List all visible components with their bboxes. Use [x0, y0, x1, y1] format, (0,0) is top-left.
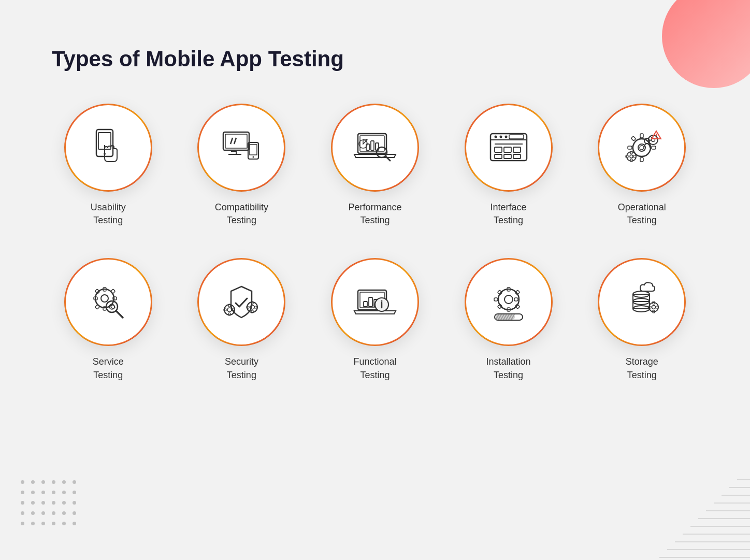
label-interface: InterfaceTesting [491, 201, 527, 227]
svg-rect-16 [225, 134, 247, 148]
security-icon [218, 279, 265, 325]
svg-point-54 [656, 137, 657, 138]
circle-performance [331, 104, 419, 192]
svg-rect-48 [652, 146, 656, 149]
svg-point-64 [101, 295, 108, 302]
svg-rect-69 [95, 289, 99, 294]
svg-rect-26 [371, 141, 374, 150]
circle-security [197, 258, 285, 346]
svg-rect-90 [364, 301, 367, 307]
svg-point-97 [504, 295, 513, 304]
circle-functional [331, 258, 419, 346]
svg-rect-40 [513, 147, 521, 152]
item-usability: UsabilityTesting [56, 104, 160, 227]
svg-line-29 [385, 156, 390, 161]
svg-rect-43 [513, 154, 521, 159]
item-performance: PerformanceTesting [323, 104, 427, 227]
service-icon [85, 279, 132, 325]
svg-point-57 [630, 155, 633, 158]
svg-point-33 [494, 136, 497, 138]
item-operational: OperationalTesting [590, 104, 694, 227]
circle-interface [465, 104, 553, 192]
svg-rect-102 [497, 290, 502, 295]
svg-rect-46 [640, 157, 643, 162]
functional-icon [352, 279, 398, 325]
circle-service [64, 258, 152, 346]
item-installation: InstallationTesting [457, 258, 560, 381]
label-storage: StorageTesting [626, 355, 658, 381]
row-1: UsabilityTesting Co [41, 104, 709, 227]
svg-rect-100 [494, 298, 498, 301]
svg-rect-103 [515, 290, 520, 295]
label-performance: PerformanceTesting [348, 201, 401, 227]
circle-installation [465, 258, 553, 346]
circle-storage [598, 258, 686, 346]
svg-rect-91 [369, 297, 372, 307]
circle-compatibility [197, 104, 285, 192]
label-functional: FunctionalTesting [353, 355, 396, 381]
operational-icon [618, 124, 665, 171]
svg-rect-47 [628, 146, 632, 149]
item-service: ServiceTesting [56, 258, 160, 381]
svg-rect-41 [495, 154, 502, 159]
row-2: ServiceTesting [41, 258, 709, 381]
svg-point-122 [652, 306, 656, 309]
svg-rect-105 [515, 304, 520, 309]
label-service: ServiceTesting [93, 355, 124, 381]
svg-rect-25 [366, 144, 369, 150]
label-usability: UsabilityTesting [91, 201, 126, 227]
item-security: SecurityTesting [190, 258, 293, 381]
svg-point-95 [381, 300, 382, 302]
svg-rect-49 [631, 136, 636, 141]
svg-rect-42 [504, 154, 511, 159]
testing-grid: UsabilityTesting Co [41, 104, 709, 382]
item-compatibility: CompatibilityTesting [190, 104, 293, 227]
svg-rect-70 [110, 289, 115, 294]
circle-usability [64, 104, 152, 192]
svg-point-22 [253, 156, 254, 158]
decorative-dots [21, 480, 80, 529]
performance-icon [352, 124, 398, 171]
svg-point-76 [224, 305, 235, 315]
interface-icon [485, 124, 532, 171]
compatibility-icon [218, 124, 265, 171]
storage-icon [618, 279, 665, 325]
svg-rect-15 [223, 132, 249, 150]
svg-rect-21 [250, 145, 257, 155]
svg-point-34 [499, 136, 502, 138]
label-compatibility: CompatibilityTesting [215, 201, 268, 227]
svg-rect-38 [495, 147, 502, 152]
label-security: SecurityTesting [225, 355, 258, 381]
svg-rect-39 [504, 147, 511, 152]
svg-point-55 [640, 146, 644, 150]
item-storage: StorageTesting [590, 258, 694, 381]
svg-point-35 [504, 136, 507, 138]
svg-rect-101 [514, 298, 518, 301]
label-installation: InstallationTesting [486, 355, 531, 381]
decorative-lines-bottom-right [636, 467, 750, 560]
svg-point-77 [227, 308, 232, 312]
page-title: Types of Mobile App Testing [52, 47, 344, 71]
svg-rect-45 [640, 134, 643, 138]
svg-line-74 [116, 311, 123, 318]
usability-icon [85, 124, 132, 171]
label-operational: OperationalTesting [618, 201, 666, 227]
item-interface: InterfaceTesting [457, 104, 560, 227]
item-functional: FunctionalTesting [323, 258, 427, 381]
svg-line-19 [234, 138, 236, 144]
decorative-circle-top-right [662, 0, 750, 88]
svg-line-18 [230, 138, 233, 144]
svg-rect-36 [509, 135, 524, 139]
svg-rect-104 [497, 304, 502, 309]
circle-operational [598, 104, 686, 192]
installation-icon [485, 279, 532, 325]
